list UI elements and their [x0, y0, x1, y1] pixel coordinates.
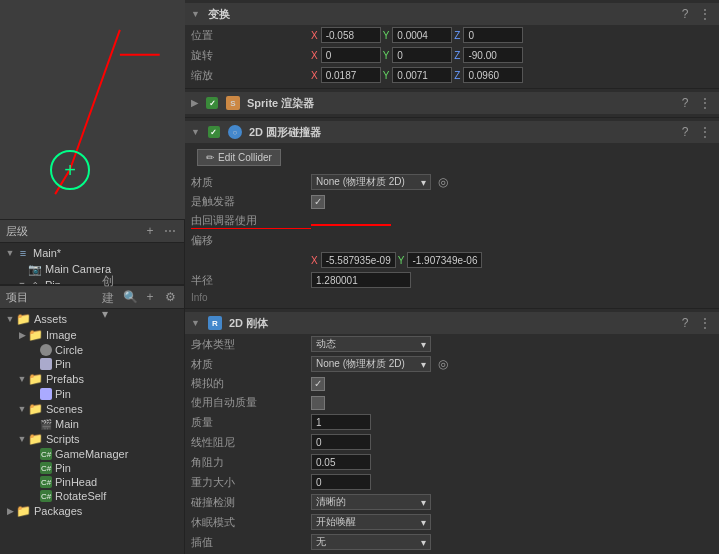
folder-icon-prefabs: 📁	[28, 372, 43, 386]
auto-mass-checkbox[interactable]	[311, 396, 325, 410]
rot-z-value[interactable]: -90.00	[463, 47, 523, 63]
folder-image[interactable]: ▶ 📁 Image	[0, 327, 184, 343]
asset-circle[interactable]: Circle	[0, 343, 184, 357]
tree-arrow-main: ▼	[4, 248, 16, 258]
trigger-value	[311, 195, 713, 209]
folder-packages[interactable]: ▶ 📁 Packages	[0, 503, 184, 519]
script-gamemanager[interactable]: C# GameManager	[0, 447, 184, 461]
radius-value-box[interactable]: 1.280001	[311, 272, 411, 288]
hierarchy-more-icon[interactable]: ⋯	[162, 223, 178, 239]
rb-material-row: 材质 None (物理材质 2D) ▾ ◎	[185, 354, 719, 374]
project-more-icon[interactable]: +	[142, 289, 158, 305]
arrow-image: ▶	[16, 330, 28, 340]
body-type-dropdown[interactable]: 动态 ▾	[311, 336, 431, 352]
scene-view[interactable]	[0, 0, 185, 220]
collider-material-target-icon[interactable]: ◎	[435, 174, 451, 190]
pos-x-value[interactable]: -0.058	[321, 27, 381, 43]
asset-pin[interactable]: Pin	[0, 357, 184, 371]
tree-item-main[interactable]: ▼ ≡ Main*	[0, 245, 184, 261]
label-scenes: Scenes	[46, 403, 83, 415]
sleep-value: 开始唤醒 ▾	[311, 514, 713, 530]
project-create-icon[interactable]: 创建 ▾	[102, 289, 118, 305]
offset-label: 偏移	[191, 233, 311, 248]
arrow-scripts: ▼	[16, 434, 28, 444]
mass-value: 1	[311, 414, 713, 430]
interpolate-value: 无 ▾	[311, 534, 713, 550]
edit-collider-button[interactable]: ✏ Edit Collider	[197, 149, 281, 166]
collider-info-row: Info	[185, 290, 719, 305]
gravity-value-box[interactable]: 0	[311, 474, 371, 490]
sprite-help-icon[interactable]: ?	[677, 95, 693, 111]
sleep-dropdown[interactable]: 开始唤醒 ▾	[311, 514, 431, 530]
collider-enable-toggle[interactable]	[208, 126, 220, 138]
project-search-icon[interactable]: 🔍	[122, 289, 138, 305]
collision-value: 清晰的 ▾	[311, 494, 713, 510]
z-label-pos: Z	[454, 30, 460, 41]
prefab-pin[interactable]: Pin	[0, 387, 184, 401]
pos-z-value[interactable]: 0	[463, 27, 523, 43]
offset-y-value[interactable]: -1.907349e-06	[407, 252, 482, 268]
script-rotateself[interactable]: C# RotateSelf	[0, 489, 184, 503]
scale-y-value[interactable]: 0.0071	[392, 67, 452, 83]
tree-item-pin[interactable]: ▼ ◇ Pin	[0, 277, 184, 284]
label-scripts: Scripts	[46, 433, 80, 445]
collider-more-icon[interactable]: ⋮	[697, 124, 713, 140]
rb-material-target-icon[interactable]: ◎	[435, 356, 451, 372]
position-row: 位置 X -0.058 Y 0.0004 Z 0	[185, 25, 719, 45]
x-label-rot: X	[311, 50, 318, 61]
pin-asset-icon	[40, 358, 52, 370]
pos-y-value[interactable]: 0.0004	[392, 27, 452, 43]
script-pin[interactable]: C# Pin	[0, 461, 184, 475]
rot-y-value[interactable]: 0	[392, 47, 452, 63]
drag-value-box[interactable]: 0	[311, 434, 371, 450]
angular-drag-value-box[interactable]: 0.05	[311, 454, 371, 470]
folder-icon-assets: 📁	[16, 312, 31, 326]
script-pinhead[interactable]: C# PinHead	[0, 475, 184, 489]
rot-x-value[interactable]: 0	[321, 47, 381, 63]
transform-header[interactable]: ▼ 变换 ? ⋮	[185, 3, 719, 25]
offset-x-value[interactable]: -5.587935e-09	[321, 252, 396, 268]
body-type-row: 身体类型 动态 ▾	[185, 334, 719, 354]
collision-label: 碰撞检测	[191, 495, 311, 510]
scene-main[interactable]: 🎬 Main	[0, 417, 184, 431]
rigidbody-header[interactable]: ▼ R 2D 刚体 ? ⋮	[185, 312, 719, 334]
sprite-renderer-header[interactable]: ▶ S Sprite 渲染器 ? ⋮	[185, 92, 719, 114]
interpolate-text: 无	[316, 535, 326, 549]
trigger-checkbox[interactable]	[311, 195, 325, 209]
sprite-more-icon[interactable]: ⋮	[697, 95, 713, 111]
folder-scenes[interactable]: ▼ 📁 Scenes	[0, 401, 184, 417]
folder-prefabs[interactable]: ▼ 📁 Prefabs	[0, 371, 184, 387]
interpolate-dropdown[interactable]: 无 ▾	[311, 534, 431, 550]
body-type-label: 身体类型	[191, 337, 311, 352]
scale-z-value[interactable]: 0.0960	[463, 67, 523, 83]
label-circle-asset: Circle	[55, 344, 83, 356]
transform-help-icon[interactable]: ?	[677, 6, 693, 22]
label-image: Image	[46, 329, 77, 341]
hierarchy-add-icon[interactable]: +	[142, 223, 158, 239]
offset-label-row: 偏移	[185, 231, 719, 250]
folder-assets[interactable]: ▼ 📁 Assets	[0, 311, 184, 327]
folder-scripts[interactable]: ▼ 📁 Scripts	[0, 431, 184, 447]
transform-more-icon[interactable]: ⋮	[697, 6, 713, 22]
simulated-checkbox[interactable]	[311, 377, 325, 391]
rigidbody-more-icon[interactable]: ⋮	[697, 315, 713, 331]
position-label: 位置	[191, 28, 311, 43]
angular-drag-value: 0.05	[311, 454, 713, 470]
rb-material-text: None (物理材质 2D)	[316, 357, 405, 371]
sprite-enable-toggle[interactable]	[206, 97, 218, 109]
simulated-row: 模拟的	[185, 374, 719, 393]
inspector-panel: ▼ 变换 ? ⋮ 位置 X -0.058 Y 0.0004 Z 0	[185, 0, 719, 554]
collider-material-dropdown[interactable]: None (物理材质 2D) ▾	[311, 174, 431, 190]
sprite-renderer-icon: S	[226, 96, 240, 110]
collider-help-icon[interactable]: ?	[677, 124, 693, 140]
collider-info-label[interactable]: Info	[191, 292, 208, 303]
rb-material-dropdown[interactable]: None (物理材质 2D) ▾	[311, 356, 431, 372]
project-settings-icon[interactable]: ⚙	[162, 289, 178, 305]
arrow-prefabs: ▼	[16, 374, 28, 384]
rigidbody-help-icon[interactable]: ?	[677, 315, 693, 331]
mass-value-box[interactable]: 1	[311, 414, 371, 430]
collision-dropdown[interactable]: 清晰的 ▾	[311, 494, 431, 510]
scale-x-value[interactable]: 0.0187	[321, 67, 381, 83]
collider-header[interactable]: ▼ ○ 2D 圆形碰撞器 ? ⋮	[185, 121, 719, 143]
tree-item-main-camera[interactable]: 📷 Main Camera	[0, 261, 184, 277]
